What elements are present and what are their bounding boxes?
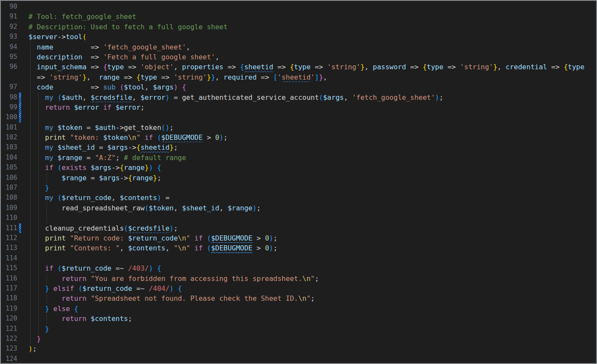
- line-number[interactable]: 121: [1, 324, 17, 334]
- code-line[interactable]: 94 name => 'fetch_google_sheet',: [1, 42, 596, 52]
- code-line[interactable]: 102 print "token: $token\n" if ($DEBUGMO…: [1, 133, 596, 142]
- code-line[interactable]: 112 print "Return code: $return_code\n" …: [1, 233, 596, 243]
- code-line[interactable]: 95 description => 'Fetch a full google s…: [1, 52, 596, 62]
- line-number[interactable]: 96: [1, 62, 17, 72]
- code-line-content[interactable]: name => 'fetch_google_sheet',: [21, 42, 596, 52]
- line-number[interactable]: 119: [1, 304, 17, 314]
- code-line-content[interactable]: $range = $args->{range};: [21, 173, 596, 183]
- code-line[interactable]: 98 my ($auth, $credsfile, $error) = get_…: [1, 93, 596, 102]
- code-line-content[interactable]: }: [21, 334, 596, 344]
- code-line[interactable]: 107 }: [1, 183, 596, 193]
- code-line-content[interactable]: my $sheet_id = $args->{sheetid};: [21, 142, 596, 152]
- code-line[interactable]: 96 input_schema => {type => 'object', pr…: [1, 62, 596, 72]
- code-line-content[interactable]: if (exists $args->{range}) {: [21, 163, 596, 173]
- code-line-content[interactable]: print "token: $token\n" if ($DEBUGMODE >…: [21, 133, 596, 142]
- code-line-content[interactable]: return $error if $error;: [21, 102, 596, 112]
- line-number[interactable]: 117: [1, 284, 17, 293]
- code-line[interactable]: 97 code => sub ($tool, $args) {: [1, 82, 596, 92]
- code-line-content[interactable]: code => sub ($tool, $args) {: [21, 82, 596, 92]
- code-line-content[interactable]: [21, 2, 596, 12]
- line-number[interactable]: 94: [1, 42, 17, 52]
- code-line[interactable]: 118 return "Spreadsheet not found. Pleas…: [1, 293, 596, 303]
- code-line-content[interactable]: } elsif ($return_code =~ /404/) {: [21, 284, 596, 293]
- line-number[interactable]: 107: [1, 183, 17, 193]
- code-line[interactable]: 105 if (exists $args->{range}) {: [1, 163, 596, 173]
- line-number[interactable]: 108: [1, 193, 17, 203]
- code-line-content[interactable]: description => 'Fetch a full google shee…: [21, 52, 596, 62]
- code-line[interactable]: 100: [1, 112, 596, 122]
- line-number[interactable]: 110: [1, 213, 17, 223]
- code-line-content[interactable]: [21, 354, 596, 364]
- line-number[interactable]: 97: [1, 82, 17, 92]
- code-line-content[interactable]: cleanup_credentials($credsfile);: [21, 223, 596, 233]
- code-line-content[interactable]: } else {: [21, 304, 596, 314]
- code-line-content[interactable]: }: [21, 324, 596, 334]
- line-number[interactable]: 105: [1, 163, 17, 173]
- code-line-content[interactable]: my $token = $auth->get_token();: [21, 123, 596, 133]
- code-line[interactable]: 109 read_spreadsheet_raw($token, $sheet_…: [1, 203, 596, 213]
- code-line[interactable]: 110: [1, 213, 596, 223]
- line-number[interactable]: 104: [1, 153, 17, 163]
- code-line-content[interactable]: input_schema => {type => 'object', prope…: [21, 62, 596, 72]
- code-line-content[interactable]: [21, 112, 596, 122]
- line-number[interactable]: 118: [1, 293, 17, 303]
- code-line[interactable]: 124: [1, 354, 596, 364]
- code-line-content[interactable]: my $range = "A:Z"; # default range: [21, 153, 596, 163]
- code-line-content[interactable]: print "Return code: $return_code\n" if (…: [21, 233, 596, 243]
- line-number[interactable]: 95: [1, 52, 17, 62]
- line-number[interactable]: 113: [1, 243, 17, 253]
- line-number[interactable]: 92: [1, 22, 17, 32]
- line-number[interactable]: 114: [1, 253, 17, 263]
- code-line-content[interactable]: [21, 253, 596, 263]
- code-line-content[interactable]: return "You are forbidden from accessing…: [21, 274, 596, 284]
- code-line-content[interactable]: print "Contents: ", $contents, "\n" if (…: [21, 243, 596, 253]
- line-number[interactable]: 91: [1, 12, 17, 22]
- code-line[interactable]: 119 } else {: [1, 304, 596, 314]
- code-line-content[interactable]: [21, 213, 596, 223]
- code-line-wrapped[interactable]: => 'string'}, range => {type => 'string'…: [1, 72, 596, 82]
- code-line-content[interactable]: );: [21, 344, 596, 354]
- line-number[interactable]: 106: [1, 173, 17, 183]
- line-number[interactable]: 103: [1, 142, 17, 152]
- code-line-content[interactable]: }: [21, 183, 596, 193]
- code-line[interactable]: 117 } elsif ($return_code =~ /404/) {: [1, 284, 596, 293]
- code-line[interactable]: 91# Tool: fetch_google_sheet: [1, 12, 596, 22]
- line-number[interactable]: [1, 72, 17, 82]
- code-line[interactable]: 93$server->tool(: [1, 32, 596, 42]
- code-line[interactable]: 121 }: [1, 324, 596, 334]
- code-line-content[interactable]: my ($return_code, $contents) =: [21, 193, 596, 203]
- code-line[interactable]: 120 return $contents;: [1, 314, 596, 324]
- line-number[interactable]: 123: [1, 344, 17, 354]
- code-line[interactable]: 108 my ($return_code, $contents) =: [1, 193, 596, 203]
- line-number[interactable]: 116: [1, 274, 17, 284]
- line-number[interactable]: 90: [1, 2, 17, 12]
- code-line[interactable]: 113 print "Contents: ", $contents, "\n" …: [1, 243, 596, 253]
- code-line-content[interactable]: $server->tool(: [21, 32, 596, 42]
- code-line[interactable]: 104 my $range = "A:Z"; # default range: [1, 153, 596, 163]
- code-line-content[interactable]: return "Spreadsheet not found. Please ch…: [21, 293, 596, 303]
- line-number[interactable]: 122: [1, 334, 17, 344]
- code-line[interactable]: 115 if ($return_code =~ /403/) {: [1, 263, 596, 273]
- line-number[interactable]: 98: [1, 93, 17, 102]
- line-number[interactable]: 120: [1, 314, 17, 324]
- code-line[interactable]: 101 my $token = $auth->get_token();: [1, 123, 596, 133]
- line-number[interactable]: 102: [1, 133, 17, 142]
- line-number[interactable]: 93: [1, 32, 17, 42]
- code-line[interactable]: 99 return $error if $error;: [1, 102, 596, 112]
- code-line-content[interactable]: => 'string'}, range => {type => 'string'…: [21, 72, 596, 82]
- code-line-content[interactable]: read_spreadsheet_raw($token, $sheet_id, …: [21, 203, 596, 213]
- code-line[interactable]: 116 return "You are forbidden from acces…: [1, 274, 596, 284]
- code-line[interactable]: 111 cleanup_credentials($credsfile);: [1, 223, 596, 233]
- code-line-content[interactable]: my ($auth, $credsfile, $error) = get_aut…: [21, 93, 596, 102]
- code-line[interactable]: 114: [1, 253, 596, 263]
- line-number[interactable]: 124: [1, 354, 17, 364]
- code-line-content[interactable]: # Tool: fetch_google_sheet: [21, 12, 596, 22]
- line-number[interactable]: 100: [1, 112, 17, 122]
- line-number[interactable]: 112: [1, 233, 17, 243]
- code-line-content[interactable]: return $contents;: [21, 314, 596, 324]
- code-line[interactable]: 92# Description: Used to fetch a full go…: [1, 22, 596, 32]
- code-line[interactable]: 122 }: [1, 334, 596, 344]
- code-editor[interactable]: 9091# Tool: fetch_google_sheet92# Descri…: [1, 1, 596, 363]
- code-line[interactable]: 90: [1, 2, 596, 12]
- line-number[interactable]: 109: [1, 203, 17, 213]
